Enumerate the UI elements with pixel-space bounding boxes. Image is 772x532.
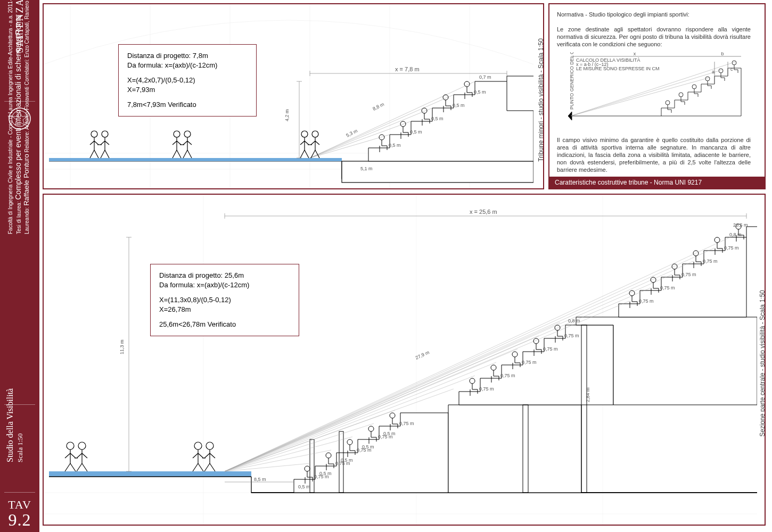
tav-number: 9.2 (0, 512, 39, 528)
dim-r1: 0,5 m (389, 143, 401, 148)
rv: 0,75 m (399, 421, 414, 426)
svg-point-92 (347, 439, 352, 445)
svg-point-93 (368, 426, 374, 431)
svg-point-20 (102, 131, 108, 137)
fig-a: a (712, 69, 714, 74)
dim-d1: 8,5 m (254, 477, 266, 482)
step-h: 0,5 m (319, 471, 332, 476)
dim-s1: 5,1 m (360, 166, 373, 171)
rv: 0,75 m (479, 386, 494, 392)
normative-text-top: Normativa - Studio tipologico degli impi… (557, 11, 751, 48)
fencing-piste (49, 471, 251, 477)
step-h: 0,5 m (362, 444, 374, 450)
dim-s3: 8,8 m (372, 102, 385, 112)
step-h: 0,5 m (383, 431, 396, 436)
calc-line: X=(4,2x0,7)/(0,5-0,12) (127, 76, 248, 85)
svg-point-96 (491, 365, 496, 370)
svg-point-43 (692, 85, 696, 89)
svg-point-94 (390, 413, 395, 418)
calc-line: X=7,93m (127, 85, 248, 95)
sheet-title-block: Studio della Visibilità Scala 1:50 (5, 388, 24, 462)
panel-central-section: Sezione parte centrale - studio visibili… (43, 194, 766, 526)
dim-r5: 0,5 m (474, 89, 486, 95)
norm-title: Normativa - Studio tipologico degli impi… (557, 11, 689, 18)
normative-footer: Caratteristiche costruttive tribune - No… (549, 177, 765, 188)
fig-c: c (730, 66, 733, 72)
author-name: Raffaele Ponturo (22, 154, 30, 205)
dim-h: 4,2 m (284, 109, 290, 121)
svg-point-90 (305, 466, 310, 471)
calc-line: Da formula: x=(axb)/(c-12cm) (159, 280, 290, 290)
dim-r4: 0,5 m (453, 103, 465, 108)
svg-point-44 (705, 77, 710, 81)
calc-line: 25,6m<26,78m Verificato (159, 320, 290, 329)
dim-h: 11,3 m (119, 339, 125, 354)
sheet-scale: Scala 1:50 (16, 388, 24, 462)
dim-r3: 0,5 m (431, 116, 444, 121)
svg-point-28 (379, 135, 384, 140)
svg-rect-11 (342, 161, 533, 182)
dim-x: x = 25,6 m (470, 209, 497, 215)
panel-minor-tribune: Tribune minori - studio visibilità - Sca… (43, 3, 544, 189)
thesis-title: Complesso per eventi internazionali di s… (14, 15, 22, 200)
mid-dim: 0,8 m (568, 318, 580, 323)
step-h: 0,5 m (341, 458, 353, 463)
dim-top: 0,7 m (479, 74, 491, 80)
calc-line: Distanza di progetto: 25,6m (159, 271, 290, 280)
svg-point-87 (194, 442, 202, 450)
svg-point-19 (91, 131, 97, 137)
fig-punto: PUNTO GENERICO DEL CAMPO DI GIOCO (569, 52, 574, 110)
svg-point-25 (301, 131, 308, 137)
rv: 0,75 m (543, 346, 558, 352)
norm-body1: Le zone destinate agli spettatori dovran… (557, 26, 751, 47)
fig-x: x (634, 52, 636, 56)
normative-text-bottom: Il campo visivo minimo da garantire è qu… (557, 136, 751, 173)
svg-point-95 (470, 378, 475, 384)
mid-dim: 2,84 m (585, 387, 590, 402)
svg-point-26 (312, 131, 318, 137)
svg-point-97 (512, 352, 518, 357)
panel-top-label: Tribune minori - studio visibilità - Sca… (537, 38, 544, 162)
calc-line: Distanza di progetto: 7,8m (127, 51, 248, 61)
rv: 0,75 m (681, 272, 696, 277)
section-minor-tribune: x = 7,8 m 4,2 m 5,1 m 5,3 m 8,8 m 0,5 m … (44, 4, 533, 189)
svg-point-88 (206, 442, 213, 450)
advisors: Relatore: Antonio Fioravanti Correlatori… (24, 0, 30, 154)
top-dim: 0,8 m (729, 232, 742, 237)
rv: 0,75 m (724, 245, 739, 251)
svg-point-99 (555, 325, 560, 330)
svg-point-29 (400, 121, 406, 127)
svg-point-102 (672, 264, 677, 269)
svg-rect-10 (49, 158, 342, 161)
svg-point-22 (174, 131, 180, 137)
step-h: 0,5 m (298, 484, 310, 489)
calc-line: X=(11,3x0,8)/(0,5-0,12) (159, 295, 290, 305)
calc-line: X=26,78m (159, 305, 290, 314)
page: SAPIENZA UNIVERSITÀ DI ROMA Facoltà di I… (0, 0, 772, 532)
faculty-line: Facoltà di Ingegneria Civile e Industria… (7, 0, 14, 234)
svg-marker-40 (568, 112, 572, 120)
divider (4, 492, 35, 493)
svg-point-32 (464, 81, 470, 87)
thesis-line: Tesi di laurea: Complesso per eventi int… (15, 15, 22, 234)
rv: 0,75 m (703, 259, 718, 264)
svg-point-30 (422, 108, 427, 113)
normative-figure: x b a c CALCOLO DELLA VISIBILITÀ x = a·b… (565, 52, 746, 129)
svg-point-84 (67, 442, 74, 450)
thesis-prefix: Tesi di laurea: (16, 200, 22, 234)
rv: 0,75 m (564, 333, 579, 338)
rv: 0,75 m (522, 360, 537, 365)
rv: 0,75 m (660, 285, 675, 290)
svg-point-23 (184, 131, 191, 137)
title-sidebar: SAPIENZA UNIVERSITÀ DI ROMA Facoltà di I… (0, 0, 39, 532)
top-dim2: 20,5 m (733, 222, 748, 228)
svg-point-41 (666, 101, 670, 105)
author-prefix: Laureando: (24, 206, 30, 234)
fig-unit: LE MISURE SONO ESPRESSE IN CM (576, 66, 660, 71)
svg-point-100 (629, 290, 635, 296)
dim-s2: 5,3 m (345, 128, 358, 138)
svg-point-91 (326, 453, 331, 458)
calculation-box-bottom: Distanza di progetto: 25,6m Da formula: … (150, 264, 299, 336)
sheet-title: Studio della Visibilità (5, 388, 14, 462)
svg-point-85 (78, 442, 86, 450)
